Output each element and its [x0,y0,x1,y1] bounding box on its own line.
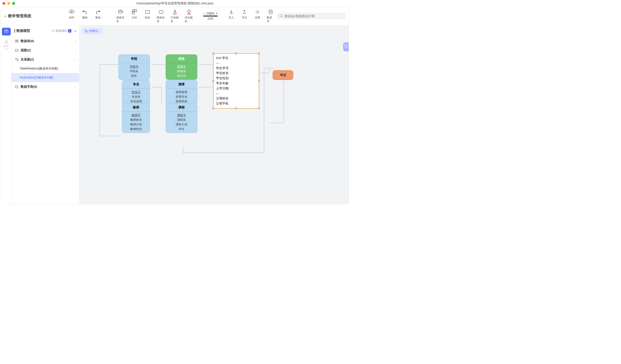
font-color-icon [172,9,178,15]
import-icon [228,9,234,15]
minimize-icon[interactable] [7,2,10,5]
er-icon [15,58,19,61]
rail-domain[interactable]: 数据域 [2,38,11,52]
svg-rect-15 [15,58,17,59]
settings-button[interactable]: 设置 [254,9,261,23]
table-icon [15,39,19,43]
export-icon [242,9,247,15]
entity-major[interactable]: 专业 专业号 专业名 专业说明 [122,80,150,105]
maximize-icon[interactable] [12,2,15,5]
resize-handle[interactable] [212,80,214,82]
database-icon [268,9,274,15]
svg-point-9 [269,10,272,11]
sidebar-title: 数据模型 [17,29,30,33]
svg-point-8 [257,11,258,13]
round-rect-button[interactable]: 圆角矩形 [157,9,165,23]
svg-rect-7 [187,14,191,14]
svg-rect-1 [132,10,134,12]
resize-handle[interactable] [258,80,260,82]
back-icon[interactable]: ‹ [5,14,6,19]
svg-rect-4 [146,10,149,13]
font-color-button[interactable]: 字体颜色 [171,9,179,23]
field-library-button[interactable]: 字段库 [343,42,349,52]
tab-key-entities[interactable]: 关键业... [82,28,103,34]
rail-model[interactable]: 模型 [2,28,11,35]
chevron-left-icon: ‹ [75,39,76,43]
svg-point-10 [280,15,282,17]
resize-handle[interactable] [235,52,237,54]
entity-teacher[interactable]: 教师 教师号 教师姓名 教师介绍 教师性别 [122,103,150,133]
sidebar-item-views[interactable]: 视图(2) ‹ [11,46,79,55]
resize-handle[interactable] [258,107,260,109]
rect-button[interactable]: 矩形 [144,9,151,23]
er-icon [84,29,88,33]
entity-exam[interactable]: 考试 [273,70,293,80]
entity-student-note[interactable]: ### 学生 --- 学生学号 学生姓名 学生性别 学生年龄 入学日期 --- … [213,53,259,109]
svg-rect-13 [15,40,18,42]
svg-rect-5 [159,10,163,13]
import-button[interactable]: 导入 [227,9,235,23]
cloud-upload-icon [69,9,75,15]
zoom-value: 100% [206,11,214,15]
fill-color-button[interactable]: 填充颜色 [185,9,193,23]
undo-button[interactable]: 撤销 [81,9,89,23]
entity-college[interactable]: 学院 学院号 学院名 院长 [118,54,150,80]
svg-rect-19 [345,45,347,47]
collapse-icon[interactable]: « [74,29,76,33]
chevron-left-icon: ‹ [75,85,76,88]
svg-rect-3 [132,12,134,14]
gear-icon [255,9,260,15]
cube-icon [4,29,9,34]
resize-handle[interactable] [235,107,237,109]
redo-button[interactable]: 重做 [94,9,102,23]
chart-icon [15,48,19,52]
window-title: /Users/asher/tmp/学生信息管理系统-增加DB2.chnr.jso… [136,1,214,6]
new-table-icon [118,9,124,15]
sidebar-item-dict[interactable]: 数据字典(6) ‹ [11,82,79,91]
sidebar-item-er-sub2[interactable]: KeyEntities[关键业务对象] [11,73,79,82]
database-button[interactable]: 数据库 [267,9,275,23]
round-rect-icon [158,9,164,15]
sidebar-item-tables[interactable]: 数据表(9) ‹ [11,36,79,46]
resize-handle[interactable] [212,52,214,54]
sidebar-item-er[interactable]: 关系图(2) ⌄ [11,55,79,64]
save-button[interactable]: 保存 [68,9,76,23]
svg-rect-0 [119,10,122,13]
fill-color-icon [186,9,192,15]
svg-rect-6 [173,14,177,14]
export-button[interactable]: 导出 [241,9,248,23]
zoom-plus-icon[interactable]: + [216,11,218,15]
entity-class[interactable]: 班级 班级号 班级名 班主任 [166,54,197,80]
new-table-button[interactable]: 新建空表 [116,9,125,23]
redo-icon [95,9,101,15]
chevron-down-icon: ⌄ [73,58,76,61]
zoom-control[interactable]: − 100% + 比例 [203,11,218,21]
checkbox-icon: ✓ [68,29,71,33]
search-icon [279,14,283,18]
entity-course[interactable]: 课程 课程号 课程名 课程介绍 学分 [166,103,197,133]
page-title: 教学管理系统 [8,14,31,19]
search-input[interactable] [277,13,345,19]
globe-icon [4,40,9,44]
group-button[interactable]: 分组 [130,9,138,23]
svg-rect-17 [85,30,86,31]
svg-rect-2 [135,10,137,12]
library-icon [344,45,348,48]
info-icon [52,29,54,32]
group-icon [131,9,137,15]
entity-teach[interactable]: 授课 授课老师 授课专业 授课班级 [166,80,197,105]
zoom-minus-icon[interactable]: − [203,11,205,15]
close-icon[interactable] [2,2,5,5]
book-icon [15,85,19,89]
simple-mode-toggle[interactable]: 简单模式 ✓ [52,29,71,33]
sidebar-item-er-sub1[interactable]: TableRelations[数据表关系图] [11,64,79,73]
undo-icon [82,9,88,15]
resize-handle[interactable] [212,107,214,109]
resize-handle[interactable] [258,52,260,54]
rect-icon [145,9,150,15]
chevron-left-icon: ‹ [75,49,76,52]
